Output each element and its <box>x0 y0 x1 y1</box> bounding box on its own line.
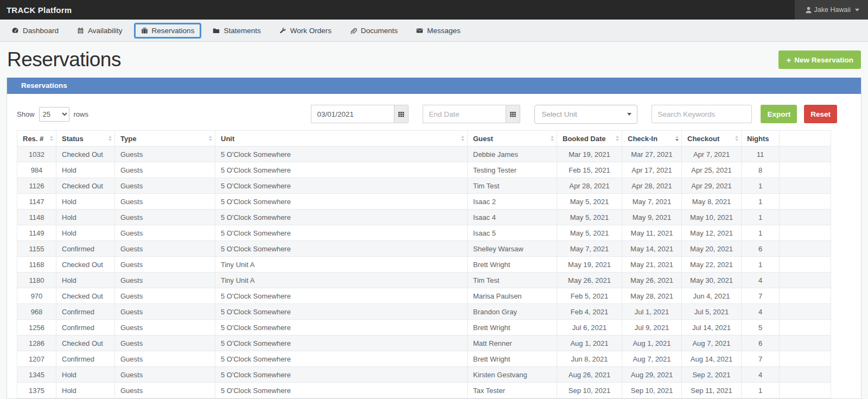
table-cell: 5 O'Clock Somewhere <box>215 288 468 304</box>
table-cell: Hold <box>56 367 115 383</box>
table-cell: 6 <box>742 335 780 351</box>
table-cell: May 7, 2021 <box>622 194 682 210</box>
table-cell: Guests <box>115 335 215 351</box>
nav-item-reservations[interactable]: Reservations <box>134 23 202 39</box>
nav-item-dashboard[interactable]: Dashboard <box>4 23 66 39</box>
table-cell: Aug 1, 2021 <box>557 335 622 351</box>
table-cell: 1 <box>742 383 780 398</box>
column-header-res-[interactable]: Res. # <box>17 131 56 147</box>
table-cell: Apr 25, 2021 <box>682 162 742 178</box>
table-cell: Hold <box>56 273 115 288</box>
new-reservation-button[interactable]: + New Reservation <box>778 50 861 69</box>
reservations-panel: Reservations Show 25 rows <box>7 78 861 399</box>
sort-icon[interactable] <box>675 135 679 142</box>
sort-icon[interactable] <box>208 135 213 142</box>
table-cell <box>780 320 831 335</box>
sort-icon[interactable] <box>615 135 620 142</box>
table-row[interactable]: 1032Checked OutGuests5 O'Clock Somewhere… <box>17 147 831 162</box>
start-date-input[interactable] <box>311 105 394 123</box>
nav-item-messages[interactable]: Messages <box>409 23 468 39</box>
table-row[interactable]: 1375HoldGuests5 O'Clock SomewhereTax Tes… <box>17 383 831 398</box>
sort-icon[interactable] <box>108 135 112 142</box>
column-header-type[interactable]: Type <box>115 131 215 147</box>
table-cell: Hold <box>56 194 115 210</box>
page-header: Reservations + New Reservation <box>0 42 868 78</box>
table-cell: May 9, 2021 <box>622 210 682 225</box>
sort-icon[interactable] <box>461 135 465 142</box>
table-cell <box>780 194 831 210</box>
unit-select[interactable]: Select Unit <box>534 105 637 124</box>
column-header-unit[interactable]: Unit <box>215 131 468 147</box>
table-cell: Aug 14, 2021 <box>682 351 742 367</box>
calendar-grid-icon[interactable] <box>506 105 520 123</box>
table-row[interactable]: 1180HoldGuestsTiny Unit ATim TestMay 26,… <box>17 273 831 288</box>
app-title: TRACK Platform <box>7 5 72 15</box>
sort-icon[interactable] <box>550 135 554 142</box>
sort-icon[interactable] <box>735 135 739 142</box>
column-header-booked-date[interactable]: Booked Date <box>557 131 622 147</box>
table-cell: Guests <box>115 225 215 241</box>
column-header-guest[interactable]: Guest <box>468 131 557 147</box>
table-row[interactable]: 1168Checked OutGuestsTiny Unit ABrett Wr… <box>17 257 831 273</box>
table-cell: May 11, 2021 <box>622 225 682 241</box>
end-date-input[interactable] <box>423 105 506 123</box>
table-row[interactable]: 1148HoldGuests5 O'Clock SomewhereIsaac 4… <box>17 210 831 225</box>
table-row[interactable]: 1147HoldGuests5 O'Clock SomewhereIsaac 2… <box>17 194 831 210</box>
table-row[interactable]: 970Checked OutGuests5 O'Clock SomewhereM… <box>17 288 831 304</box>
export-button[interactable]: Export <box>761 105 797 123</box>
table-row[interactable]: 1155ConfirmedGuests5 O'Clock SomewhereSh… <box>17 241 831 257</box>
table-cell: 5 <box>742 320 780 335</box>
page-size-select[interactable]: 25 <box>39 107 69 122</box>
nav-item-documents[interactable]: Documents <box>343 23 405 39</box>
table-cell: Aug 26, 2021 <box>557 367 622 383</box>
nav-item-availability[interactable]: Availability <box>70 23 130 39</box>
panel-header: Reservations <box>7 78 861 94</box>
calendar-grid-icon[interactable] <box>394 105 409 123</box>
table-cell <box>780 257 831 273</box>
sort-icon[interactable] <box>49 135 54 142</box>
reset-button[interactable]: Reset <box>804 105 837 123</box>
table-cell: 1207 <box>17 351 56 367</box>
table-cell: May 26, 2021 <box>622 273 682 288</box>
reservations-table: Res. #StatusTypeUnitGuestBooked DateChec… <box>17 130 831 398</box>
table-cell: Checked Out <box>56 288 115 304</box>
table-cell: Sep 10, 2021 <box>557 383 622 398</box>
nav-item-work-orders[interactable]: Work Orders <box>272 23 339 39</box>
filter-controls: Select Unit Export Reset <box>311 105 837 124</box>
table-cell <box>780 335 831 351</box>
table-cell: Apr 28, 2021 <box>557 178 622 194</box>
table-cell: 7 <box>742 288 780 304</box>
table-row[interactable]: 1256ConfirmedGuests5 O'Clock SomewhereBr… <box>17 320 831 335</box>
column-header-checkout[interactable]: Checkout <box>682 131 742 147</box>
table-row[interactable]: 968ConfirmedGuests5 O'Clock SomewhereBra… <box>17 304 831 320</box>
table-row[interactable]: 1149HoldGuests5 O'Clock SomewhereIsaac 5… <box>17 225 831 241</box>
table-body: 1032Checked OutGuests5 O'Clock Somewhere… <box>17 147 831 398</box>
nav-item-statements[interactable]: Statements <box>206 23 267 39</box>
table-cell: Guests <box>115 210 215 225</box>
table-cell: Apr 29, 2021 <box>682 178 742 194</box>
table-row[interactable]: 1126Checked OutGuests5 O'Clock Somewhere… <box>17 178 831 194</box>
table-row[interactable]: 1207ConfirmedGuests5 O'Clock SomewhereBr… <box>17 351 831 367</box>
suitcase-icon <box>141 27 148 34</box>
table-cell: Guests <box>115 367 215 383</box>
column-header-nights: Nights <box>742 131 780 147</box>
envelope-icon <box>416 27 423 34</box>
column-header-check-in[interactable]: Check-In <box>622 131 682 147</box>
table-cell: 5 O'Clock Somewhere <box>215 351 468 367</box>
table-cell: Confirmed <box>56 351 115 367</box>
table-cell: 5 O'Clock Somewhere <box>215 367 468 383</box>
table-row[interactable]: 984HoldGuests5 O'Clock SomewhereTesting … <box>17 162 831 178</box>
table-row[interactable]: 1286Checked OutGuests5 O'Clock Somewhere… <box>17 335 831 351</box>
table-cell: Guests <box>115 194 215 210</box>
end-date-group <box>423 105 520 123</box>
user-menu[interactable]: Jake Hawaii <box>795 0 868 20</box>
table-row[interactable]: 1345HoldGuests5 O'Clock SomewhereKirsten… <box>17 367 831 383</box>
table-cell: Aug 7, 2021 <box>622 351 682 367</box>
table-cell <box>780 288 831 304</box>
table-cell: May 10, 2021 <box>682 210 742 225</box>
table-cell: Checked Out <box>56 178 115 194</box>
start-date-group <box>311 105 409 123</box>
column-header-status[interactable]: Status <box>56 131 115 147</box>
search-input[interactable] <box>652 105 752 123</box>
table-cell: Guests <box>115 178 215 194</box>
